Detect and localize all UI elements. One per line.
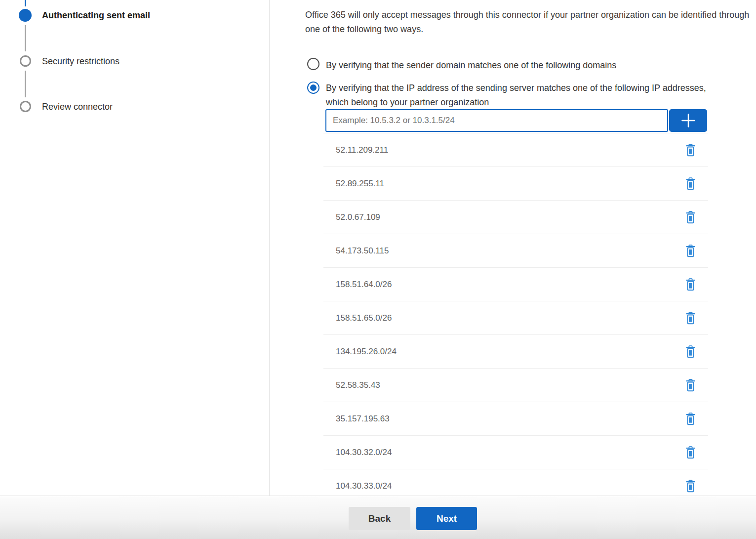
ip-row: 52.58.35.43: [323, 369, 708, 402]
delete-ip-button[interactable]: [683, 378, 697, 393]
radio-domain-option[interactable]: [307, 58, 319, 70]
ip-address-value: 52.58.35.43: [336, 380, 380, 390]
trash-icon: [684, 479, 697, 493]
plus-icon: [678, 111, 698, 130]
ip-address-value: 134.195.26.0/24: [336, 347, 397, 357]
delete-ip-button[interactable]: [683, 210, 697, 225]
ip-address-value: 35.157.195.63: [336, 414, 390, 424]
trash-icon: [684, 446, 697, 459]
ip-address-value: 52.11.209.211: [336, 145, 388, 155]
ip-row: 52.0.67.109: [323, 201, 708, 234]
ip-row: 158.51.64.0/26: [323, 268, 708, 301]
ip-row: 158.51.65.0/26: [323, 301, 708, 335]
back-button[interactable]: Back: [349, 507, 410, 530]
delete-ip-button[interactable]: [683, 445, 697, 460]
delete-ip-button[interactable]: [683, 479, 697, 494]
trash-icon: [684, 143, 697, 157]
ip-address-value: 104.30.32.0/24: [336, 448, 392, 457]
ip-option-label[interactable]: By verifying that the IP address of the …: [326, 81, 730, 110]
domain-option-label[interactable]: By verifying that the sender domain matc…: [326, 58, 616, 73]
ip-address-value: 104.30.33.0/24: [336, 481, 392, 491]
delete-ip-button[interactable]: [683, 176, 697, 191]
trash-icon: [684, 412, 697, 426]
ip-row: 104.30.32.0/24: [323, 436, 708, 469]
trash-icon: [684, 210, 697, 224]
ip-address-input[interactable]: [325, 109, 668, 132]
ip-address-list: 52.11.209.211 52.89.255.11: [323, 133, 708, 503]
ip-address-value: 158.51.65.0/26: [336, 313, 392, 323]
ip-address-value: 52.89.255.11: [336, 179, 384, 189]
delete-ip-button[interactable]: [683, 344, 697, 359]
radio-ip-option[interactable]: [307, 82, 319, 94]
wizard-content: Office 365 will only accept messages thr…: [0, 0, 756, 539]
ip-address-value: 52.0.67.109: [336, 212, 380, 222]
delete-ip-button[interactable]: [683, 244, 697, 258]
connector-wizard-page: Authenticating sent email Security restr…: [0, 0, 756, 539]
trash-icon: [684, 378, 697, 392]
delete-ip-button[interactable]: [683, 311, 697, 326]
delete-ip-button[interactable]: [683, 143, 697, 158]
delete-ip-button[interactable]: [683, 277, 697, 292]
ip-row: 52.89.255.11: [323, 167, 708, 201]
trash-icon: [684, 244, 697, 258]
trash-icon: [684, 278, 697, 291]
ip-row: 52.11.209.211: [323, 133, 708, 167]
ip-address-value: 158.51.64.0/26: [336, 280, 392, 290]
wizard-footer: Back Next: [0, 496, 756, 539]
delete-ip-button[interactable]: [683, 412, 697, 426]
ip-row: 54.173.50.115: [323, 234, 708, 268]
add-ip-button[interactable]: [669, 109, 707, 132]
ip-row: 35.157.195.63: [323, 402, 708, 436]
trash-icon: [684, 177, 697, 191]
ip-row: 134.195.26.0/24: [323, 335, 708, 369]
trash-icon: [684, 311, 697, 325]
next-button[interactable]: Next: [416, 507, 477, 530]
intro-text: Office 365 will only accept messages thr…: [305, 8, 753, 37]
ip-address-value: 54.173.50.115: [336, 246, 389, 256]
trash-icon: [684, 345, 697, 359]
